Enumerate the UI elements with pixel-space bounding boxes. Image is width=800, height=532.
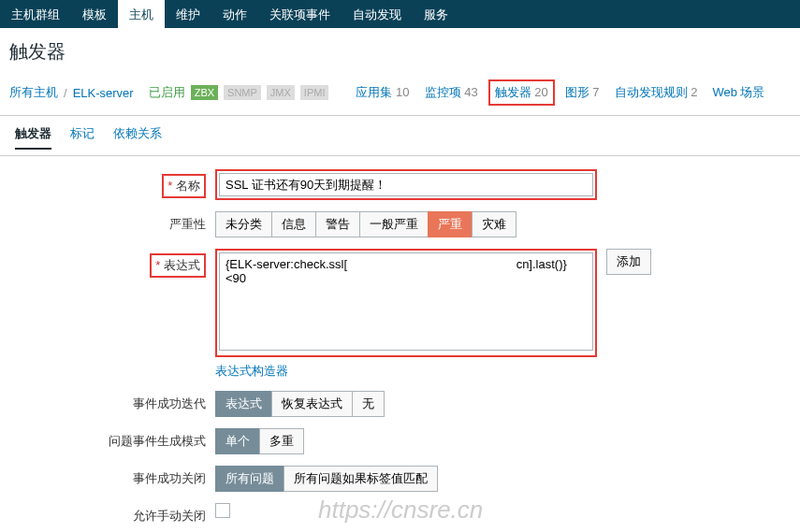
top-nav: 主机群组模板主机维护动作关联项事件自动发现服务 bbox=[0, 0, 800, 28]
status-enabled: 已启用 bbox=[149, 84, 185, 101]
sev-2[interactable]: 警告 bbox=[315, 211, 359, 237]
tabs: 触发器 标记 依赖关系 bbox=[0, 116, 800, 156]
topnav-item-6[interactable]: 自动发现 bbox=[342, 0, 413, 28]
label-name: 名称 bbox=[167, 179, 200, 193]
label-problem-mode: 问题事件生成模式 bbox=[9, 428, 215, 450]
label-expression: 表达式 bbox=[155, 258, 200, 272]
severity-group: 未分类 信息 警告 一般严重 严重 灾难 bbox=[215, 211, 516, 237]
tab-deps[interactable]: 依赖关系 bbox=[113, 125, 162, 150]
manual-close-checkbox[interactable] bbox=[215, 503, 230, 518]
expression-builder-link[interactable]: 表达式构造器 bbox=[215, 363, 651, 380]
topnav-item-5[interactable]: 关联项事件 bbox=[258, 0, 342, 28]
subnav-container: 应用集 10监控项 43触发器 20图形 7自动发现规则 2Web 场景 bbox=[347, 79, 769, 106]
topnav-item-2[interactable]: 主机 bbox=[118, 0, 165, 28]
subnav-1[interactable]: 监控项 bbox=[425, 85, 461, 99]
ok-iter-1[interactable]: 恢复表达式 bbox=[271, 391, 352, 417]
problem-mode-group: 单个 多重 bbox=[215, 428, 304, 454]
topnav-item-0[interactable]: 主机群组 bbox=[0, 0, 71, 28]
add-button[interactable]: 添加 bbox=[606, 249, 651, 275]
topnav-item-7[interactable]: 服务 bbox=[413, 0, 459, 28]
name-input[interactable] bbox=[219, 173, 593, 196]
subheader: 所有主机 / ELK-server 已启用 ZBX SNMP JMX IPMI … bbox=[0, 76, 800, 116]
tab-tags[interactable]: 标记 bbox=[70, 125, 95, 150]
subnav-5[interactable]: Web 场景 bbox=[712, 85, 764, 99]
sev-1[interactable]: 信息 bbox=[271, 211, 315, 237]
subnav-4[interactable]: 自动发现规则 bbox=[615, 85, 688, 99]
oc-1[interactable]: 所有问题如果标签值匹配 bbox=[284, 466, 438, 492]
ok-iter-group: 表达式 恢复表达式 无 bbox=[215, 391, 385, 417]
breadcrumb-all-hosts[interactable]: 所有主机 bbox=[9, 84, 58, 101]
subnav-3[interactable]: 图形 bbox=[565, 85, 589, 99]
topnav-item-1[interactable]: 模板 bbox=[71, 0, 118, 28]
badge-ipmi: IPMI bbox=[300, 85, 329, 100]
page-title-area: 触发器 bbox=[0, 28, 800, 76]
subnav-2[interactable]: 触发器 bbox=[495, 85, 531, 99]
sev-5[interactable]: 灾难 bbox=[472, 211, 516, 237]
sev-3[interactable]: 一般严重 bbox=[359, 211, 428, 237]
subnav-0[interactable]: 应用集 bbox=[356, 85, 392, 99]
label-severity: 严重性 bbox=[9, 211, 215, 233]
form: 名称 严重性 未分类 信息 警告 一般严重 严重 灾难 表达式 {ELK-ser… bbox=[0, 156, 800, 532]
expression-textarea[interactable]: {ELK-server:check.ssl[ cn].last()}<90 bbox=[219, 252, 593, 351]
topnav-item-4[interactable]: 动作 bbox=[211, 0, 258, 28]
pm-1[interactable]: 多重 bbox=[259, 428, 304, 454]
ok-iter-2[interactable]: 无 bbox=[352, 391, 385, 417]
label-manual-close: 允许手动关闭 bbox=[9, 503, 215, 525]
page-title: 触发器 bbox=[9, 39, 791, 65]
tab-triggers[interactable]: 触发器 bbox=[15, 125, 51, 150]
ok-close-group: 所有问题 所有问题如果标签值匹配 bbox=[215, 466, 438, 492]
oc-0[interactable]: 所有问题 bbox=[215, 466, 284, 492]
pm-0[interactable]: 单个 bbox=[215, 428, 259, 454]
breadcrumb-host[interactable]: ELK-server bbox=[73, 86, 134, 100]
badge-jmx: JMX bbox=[267, 85, 295, 100]
breadcrumb-sep: / bbox=[64, 86, 67, 100]
sev-0[interactable]: 未分类 bbox=[215, 211, 271, 237]
badge-snmp: SNMP bbox=[224, 85, 261, 100]
label-ok-close: 事件成功关闭 bbox=[9, 466, 215, 487]
ok-iter-0[interactable]: 表达式 bbox=[215, 391, 271, 417]
topnav-item-3[interactable]: 维护 bbox=[165, 0, 211, 28]
badge-zbx: ZBX bbox=[191, 85, 218, 100]
sev-4[interactable]: 严重 bbox=[428, 211, 472, 237]
label-ok-iter: 事件成功迭代 bbox=[9, 391, 215, 412]
